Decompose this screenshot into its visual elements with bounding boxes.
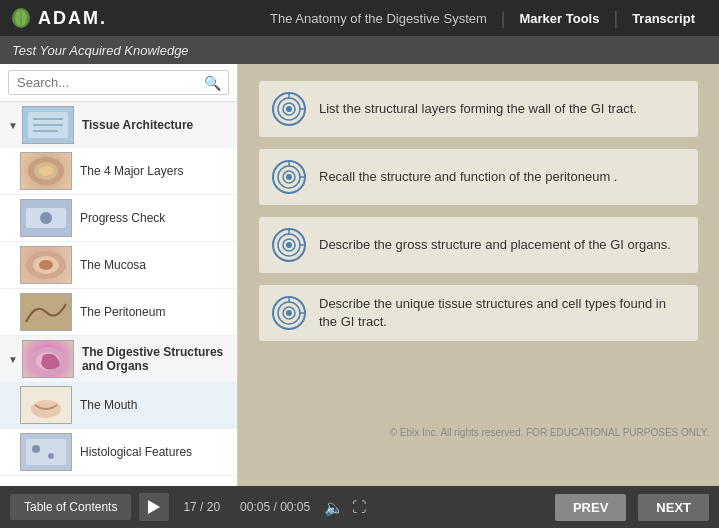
item-thumb bbox=[20, 199, 72, 237]
volume-button[interactable]: 🔈 bbox=[324, 498, 344, 517]
logo-label: ADAM. bbox=[38, 8, 107, 29]
svg-point-47 bbox=[286, 310, 292, 316]
toc-item-histological[interactable]: Histological Features bbox=[0, 429, 237, 476]
svg-point-35 bbox=[286, 174, 292, 180]
section-arrow-icon: ▼ bbox=[8, 120, 18, 131]
section-thumb bbox=[22, 106, 74, 144]
objective-btn-2[interactable]: Recall the structure and function of the… bbox=[258, 148, 699, 206]
section-label-tissue: Tissue Architecture bbox=[82, 118, 193, 132]
logo-leaf-icon bbox=[10, 7, 32, 29]
next-button[interactable]: NEXT bbox=[638, 494, 709, 521]
svg-point-24 bbox=[32, 445, 40, 453]
objective-text-4: Describe the unique tissue structures an… bbox=[319, 295, 686, 331]
right-content: List the structural layers forming the w… bbox=[238, 64, 719, 486]
toc-button[interactable]: Table of Contents bbox=[10, 494, 131, 520]
transcript-button[interactable]: Transcript bbox=[618, 11, 709, 26]
objective-btn-4[interactable]: Describe the unique tissue structures an… bbox=[258, 284, 699, 342]
objective-text-3: Describe the gross structure and placeme… bbox=[319, 236, 671, 254]
header-navigation: The Anatomy of the Digestive System | Ma… bbox=[256, 8, 709, 29]
svg-point-29 bbox=[286, 106, 292, 112]
toc-list: ▼ Tissue Architecture bbox=[0, 102, 237, 486]
item-label-peritoneum: The Peritoneum bbox=[80, 305, 165, 319]
prev-button[interactable]: PREV bbox=[555, 494, 626, 521]
progress-indicator: 17 / 20 bbox=[183, 500, 220, 514]
toc-section-digestive-structures[interactable]: ▼ The Digestive Structures and Organs bbox=[0, 336, 237, 382]
svg-point-25 bbox=[48, 453, 54, 459]
objective-icon-4 bbox=[271, 295, 307, 331]
section-thumb-2 bbox=[22, 340, 74, 378]
item-label-4-major-layers: The 4 Major Layers bbox=[80, 164, 183, 178]
item-thumb bbox=[20, 152, 72, 190]
item-label-mouth: The Mouth bbox=[80, 398, 137, 412]
logo: ADAM. bbox=[10, 7, 107, 29]
title-bar: Test Your Acquired Knowledge bbox=[0, 36, 719, 64]
toc-item-4-major-layers[interactable]: The 4 Major Layers bbox=[0, 148, 237, 195]
toc-item-mucosa[interactable]: The Mucosa bbox=[0, 242, 237, 289]
svg-point-41 bbox=[286, 242, 292, 248]
item-label-mucosa: The Mucosa bbox=[80, 258, 146, 272]
item-thumb bbox=[20, 433, 72, 471]
item-thumb bbox=[20, 293, 72, 331]
toc-item-progress-check[interactable]: Progress Check bbox=[0, 195, 237, 242]
page-title: The Anatomy of the Digestive System bbox=[256, 11, 501, 26]
section-label-digestive: The Digestive Structures and Organs bbox=[82, 345, 229, 373]
objective-btn-3[interactable]: Describe the gross structure and placeme… bbox=[258, 216, 699, 274]
toc-item-peritoneum[interactable]: The Peritoneum bbox=[0, 289, 237, 336]
marker-tools-button[interactable]: Marker Tools bbox=[506, 11, 614, 26]
objective-icon-2 bbox=[271, 159, 307, 195]
toc-section-tissue-architecture[interactable]: ▼ Tissue Architecture bbox=[0, 102, 237, 148]
time-indicator: 00:05 / 00:05 bbox=[240, 500, 310, 514]
section-arrow-2-icon: ▼ bbox=[8, 354, 18, 365]
copyright-text: © Ebix Inc. All rights reserved. FOR EDU… bbox=[390, 425, 719, 438]
item-label-progress-check: Progress Check bbox=[80, 211, 165, 225]
item-label-histological: Histological Features bbox=[80, 445, 192, 459]
expand-button[interactable]: ⛶ bbox=[352, 499, 366, 515]
play-icon bbox=[148, 500, 160, 514]
item-thumb bbox=[20, 386, 72, 424]
toc-item-mouth[interactable]: The Mouth bbox=[0, 382, 237, 429]
main-content: 🔍 ▼ Tissue Architecture bbox=[0, 64, 719, 486]
svg-point-16 bbox=[39, 260, 53, 270]
objective-icon-3 bbox=[271, 227, 307, 263]
svg-rect-23 bbox=[26, 439, 66, 465]
objective-icon-1 bbox=[271, 91, 307, 127]
play-button[interactable] bbox=[139, 493, 169, 521]
search-icon: 🔍 bbox=[204, 75, 221, 91]
svg-point-10 bbox=[39, 166, 53, 176]
lesson-title: Test Your Acquired Knowledge bbox=[12, 43, 189, 58]
item-thumb bbox=[20, 246, 72, 284]
app-header: ADAM. The Anatomy of the Digestive Syste… bbox=[0, 0, 719, 36]
svg-point-13 bbox=[40, 212, 52, 224]
objective-text-1: List the structural layers forming the w… bbox=[319, 100, 637, 118]
objective-text-2: Recall the structure and function of the… bbox=[319, 168, 617, 186]
search-bar: 🔍 bbox=[0, 64, 237, 102]
search-input[interactable] bbox=[8, 70, 229, 95]
toc-panel: 🔍 ▼ Tissue Architecture bbox=[0, 64, 238, 486]
footer: Table of Contents 17 / 20 00:05 / 00:05 … bbox=[0, 486, 719, 528]
objective-btn-1[interactable]: List the structural layers forming the w… bbox=[258, 80, 699, 138]
